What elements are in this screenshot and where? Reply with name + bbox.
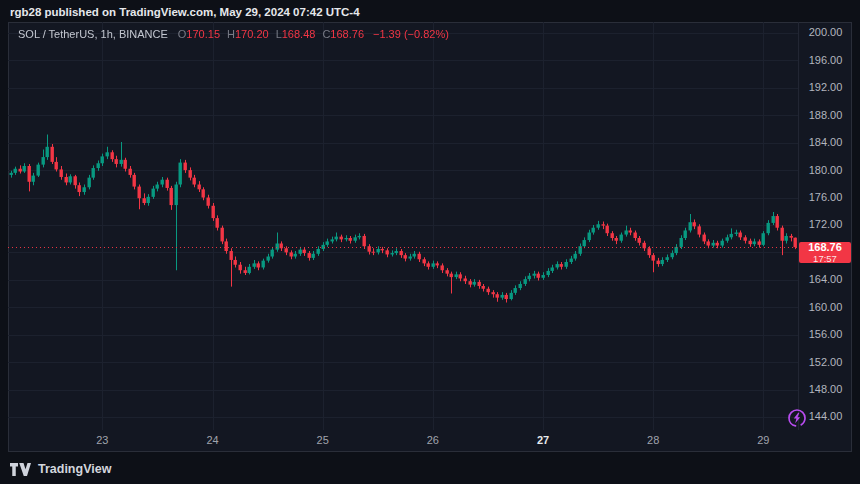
time-tick-label: 26 <box>427 434 439 447</box>
flash-boost-icon[interactable] <box>787 408 807 428</box>
candlestick-chart[interactable] <box>8 22 798 430</box>
price-tick-label: 164.00 <box>799 273 852 286</box>
price-axis[interactable]: 200.00196.00192.00188.00184.00180.00176.… <box>798 22 852 430</box>
price-tick-label: 172.00 <box>799 218 852 231</box>
ohlc-values: O170.15H170.20L168.48C168.76 <box>178 28 371 40</box>
footer-bar: TradingView <box>10 461 111 477</box>
tradingview-logo-icon[interactable] <box>10 463 31 476</box>
attribution-text: rgb28 published on TradingView.com, May … <box>10 4 360 20</box>
ohlc-pair: H170.20 <box>227 28 269 40</box>
price-tick-label: 188.00 <box>799 109 852 122</box>
price-tick-label: 176.00 <box>799 191 852 204</box>
ohlc-pair: O170.15 <box>178 28 220 40</box>
change-value: −1.39 (−0.82%) <box>373 28 449 40</box>
time-tick-label: 24 <box>206 434 218 447</box>
price-tick-label: 200.00 <box>799 26 852 39</box>
time-tick-label: 25 <box>317 434 329 447</box>
price-tick-label: 156.00 <box>799 328 852 341</box>
price-tick-label: 148.00 <box>799 383 852 396</box>
time-axis[interactable]: 23242526272829 <box>8 430 798 451</box>
ohlc-pair: L168.48 <box>276 28 316 40</box>
symbol-title: SOL / TetherUS, 1h, BINANCE <box>18 28 168 40</box>
price-tick-label: 160.00 <box>799 301 852 314</box>
time-tick-label: 27 <box>537 434 549 447</box>
time-tick-label: 28 <box>647 434 659 447</box>
time-tick-label: 23 <box>96 434 108 447</box>
price-tick-label: 196.00 <box>799 54 852 67</box>
bar-close-countdown: 17:57 <box>813 254 837 264</box>
price-tick-label: 152.00 <box>799 356 852 369</box>
time-tick-label: 29 <box>757 434 769 447</box>
symbol-legend[interactable]: SOL / TetherUS, 1h, BINANCEO170.15H170.2… <box>18 27 449 41</box>
ohlc-pair: C168.76 <box>322 28 364 40</box>
price-tick-label: 192.00 <box>799 81 852 94</box>
last-price-value: 168.76 <box>808 242 842 253</box>
price-tick-label: 180.00 <box>799 164 852 177</box>
tradingview-brand-text[interactable]: TradingView <box>38 461 111 477</box>
price-tick-label: 184.00 <box>799 136 852 149</box>
last-price-label: 168.76 17:57 <box>799 242 851 263</box>
